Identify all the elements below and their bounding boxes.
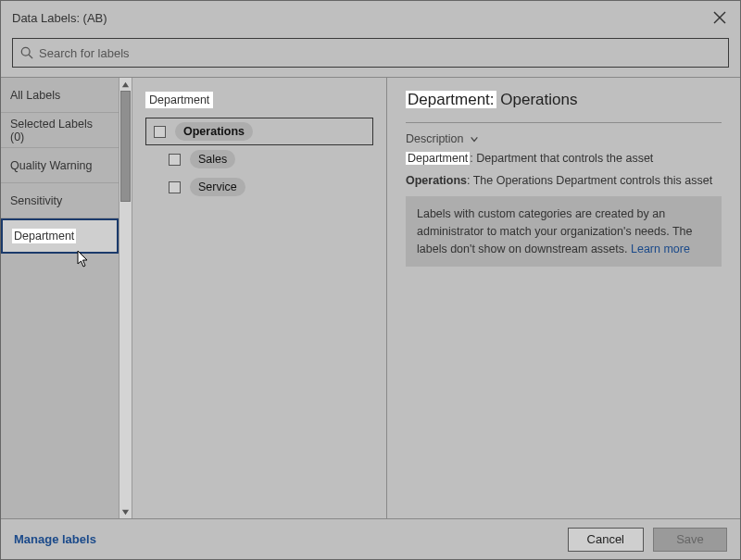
label-category-header: Department (145, 92, 213, 108)
details-pane: Department: Operations Description Depar… (387, 78, 740, 518)
search-field[interactable] (12, 38, 729, 68)
description-line-department: Department: Department that controls the… (406, 151, 722, 168)
desc-rest: : The Operations Department controls thi… (467, 174, 712, 187)
sidebar-item-label: Sensitivity (10, 194, 62, 207)
details-title-key: Department: (406, 91, 496, 108)
cancel-button[interactable]: Cancel (568, 528, 644, 552)
label-pill: Operations (175, 122, 253, 141)
learn-more-link[interactable]: Learn more (631, 243, 690, 255)
divider (406, 122, 722, 123)
scrollbar-down-arrow[interactable] (119, 505, 132, 518)
label-pill: Sales (190, 150, 235, 168)
description-line-operations: Operations: The Operations Department co… (406, 173, 722, 190)
checkbox-icon[interactable] (169, 181, 181, 193)
label-list-pane: Department Operations Sales Service (132, 78, 387, 518)
desc-rest: : Department that controls the asset (470, 152, 653, 165)
close-button[interactable] (710, 8, 729, 27)
svg-marker-5 (122, 509, 129, 514)
main-content: Department Operations Sales Service Depa… (132, 78, 740, 518)
dialog-body: All Labels Selected Labels (0) Quality W… (1, 77, 740, 518)
scrollbar-track[interactable] (119, 91, 132, 505)
info-box: Labels with custom categories are create… (406, 196, 722, 267)
sidebar-item-sensitivity[interactable]: Sensitivity (1, 183, 119, 218)
dialog-title: Data Labels: (AB) (12, 11, 710, 25)
scrollbar-thumb[interactable] (120, 91, 131, 202)
scrollbar-up-arrow[interactable] (119, 78, 132, 91)
desc-key: Department (406, 152, 470, 165)
dialog-header: Data Labels: (AB) (1, 1, 740, 34)
sidebar-item-department[interactable]: Department (1, 218, 119, 254)
label-pill: Service (190, 178, 245, 196)
sidebar: All Labels Selected Labels (0) Quality W… (1, 78, 119, 518)
checkbox-icon[interactable] (154, 126, 166, 138)
label-row-operations[interactable]: Operations (145, 118, 373, 145)
close-icon (713, 11, 726, 24)
svg-point-2 (21, 47, 30, 56)
chevron-up-icon (121, 81, 130, 89)
checkbox-icon[interactable] (169, 154, 181, 166)
manage-labels-link[interactable]: Manage labels (14, 532, 559, 546)
sidebar-item-all-labels[interactable]: All Labels (1, 78, 119, 113)
sidebar-item-label: Department (12, 229, 76, 243)
dialog-footer: Manage labels Cancel Save (1, 518, 740, 559)
search-input[interactable] (39, 46, 721, 60)
svg-line-3 (29, 55, 32, 58)
description-heading: Description (406, 132, 464, 145)
sidebar-item-label: Selected Labels (0) (10, 118, 109, 143)
search-container (1, 34, 740, 77)
sidebar-item-label: All Labels (10, 89, 60, 102)
sidebar-item-selected-labels[interactable]: Selected Labels (0) (1, 113, 119, 148)
save-button[interactable]: Save (653, 528, 727, 552)
chevron-down-icon (470, 134, 479, 143)
search-icon (20, 46, 33, 59)
sidebar-item-label: Quality Warning (10, 159, 92, 172)
sidebar-scrollbar[interactable] (119, 78, 132, 518)
label-row-service[interactable]: Service (160, 173, 373, 201)
chevron-down-icon (121, 508, 130, 516)
desc-key: Operations (406, 174, 467, 187)
sidebar-item-quality-warning[interactable]: Quality Warning (1, 148, 119, 183)
details-title-value: Operations (500, 91, 577, 108)
svg-marker-4 (122, 81, 129, 86)
details-title: Department: Operations (406, 91, 722, 109)
label-row-sales[interactable]: Sales (160, 145, 373, 173)
description-toggle[interactable]: Description (406, 132, 722, 145)
